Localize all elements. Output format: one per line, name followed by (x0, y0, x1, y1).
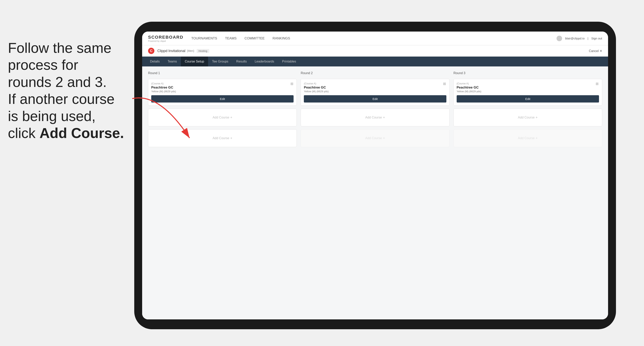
event-type: (Men) (187, 49, 194, 52)
tab-tee-groups[interactable]: Tee Groups (208, 57, 232, 66)
round-1-column: Round 1 ⊠ (Course A) Peachtree GC Yellow… (148, 71, 297, 147)
round-1-add-course-2[interactable]: Add Course + (148, 129, 297, 147)
nav-teams[interactable]: TEAMS (225, 35, 237, 41)
sub-header: C Clippd Invitational (Men) Hosting Canc… (142, 45, 608, 57)
tab-results[interactable]: Results (232, 57, 251, 66)
round-1-add-course-label-1: Add Course (213, 116, 230, 119)
round-3-course-detail: Yellow (M) (6629 yds) (457, 90, 599, 93)
tab-printables[interactable]: Printables (278, 57, 300, 66)
round-1-label: Round 1 (148, 71, 297, 75)
nav-committee[interactable]: COMMITTEE (244, 35, 264, 41)
nav-right: blair@clippd.io | Sign out (556, 36, 602, 41)
round-1-delete-icon[interactable]: ⊠ (290, 81, 294, 86)
round-2-add-course-2: Add Course + (301, 129, 449, 147)
round-2-label: Round 2 (301, 71, 449, 75)
tablet-frame: SCOREBOARD Powered by clippd TOURNAMENTS… (134, 22, 616, 329)
round-3-add-course-label-2: Add Course (518, 137, 535, 140)
round-3-add-course-2: Add Course + (454, 129, 602, 147)
brand-logo: C (148, 48, 154, 54)
round-3-add-course-1[interactable]: Add Course + (454, 109, 602, 126)
round-2-delete-icon[interactable]: ⊠ (442, 81, 447, 86)
round-2-add-course-label-2: Add Course (365, 137, 382, 140)
round-2-course-card: ⊠ (Course A) Peachtree GC Yellow (M) (66… (301, 79, 449, 106)
instruction-bold: Add Course. (40, 125, 124, 141)
powered-by: Powered by clippd (148, 40, 184, 42)
scoreboard-logo: SCOREBOARD (148, 35, 184, 40)
round-2-course-name: Peachtree GC (304, 86, 446, 90)
user-avatar (556, 36, 562, 41)
round-2-edit-button[interactable]: Edit (304, 95, 446, 103)
nav-rankings[interactable]: RANKINGS (272, 35, 290, 41)
top-nav: SCOREBOARD Powered by clippd TOURNAMENTS… (142, 31, 608, 45)
round-1-edit-button[interactable]: Edit (151, 95, 294, 103)
round-2-course-tag: (Course A) (304, 82, 446, 85)
tab-course-setup[interactable]: Course Setup (181, 57, 208, 66)
tab-leaderboards[interactable]: Leaderboards (251, 57, 278, 66)
round-2-add-course-1[interactable]: Add Course + (301, 109, 449, 126)
round-2-add-course-plus-2: + (383, 136, 385, 140)
sign-out-link[interactable]: Sign out (591, 37, 602, 40)
round-2-add-course-plus-1: + (383, 116, 385, 120)
round-3-add-course-plus-1: + (536, 116, 538, 120)
round-1-add-course-label-2: Add Course (213, 137, 230, 140)
instruction-text: Follow the same process for rounds 2 and… (8, 40, 124, 141)
round-3-edit-button[interactable]: Edit (457, 95, 599, 103)
round-2-course-detail: Yellow (M) (6629 yds) (304, 90, 446, 93)
round-3-add-course-label-1: Add Course (518, 116, 535, 119)
tablet-screen: SCOREBOARD Powered by clippd TOURNAMENTS… (142, 31, 608, 319)
round-1-course-card: ⊠ (Course A) Peachtree GC Yellow (M) (66… (148, 79, 297, 106)
round-3-delete-icon[interactable]: ⊠ (595, 81, 600, 86)
round-3-label: Round 3 (454, 71, 602, 75)
round-1-add-course-1[interactable]: Add Course + (148, 109, 297, 126)
round-3-course-tag: (Course A) (457, 82, 599, 85)
main-content: Round 1 ⊠ (Course A) Peachtree GC Yellow… (142, 66, 608, 319)
event-title: Clippd Invitational (157, 49, 186, 53)
nav-links: TOURNAMENTS TEAMS COMMITTEE RANKINGS (191, 35, 557, 41)
tab-bar: Details Teams Course Setup Tee Groups Re… (142, 57, 608, 66)
round-3-course-name: Peachtree GC (457, 86, 599, 90)
round-2-column: Round 2 ⊠ (Course A) Peachtree GC Yellow… (301, 71, 449, 147)
round-3-column: Round 3 ⊠ (Course A) Peachtree GC Yellow… (454, 71, 602, 147)
round-1-add-course-plus-1: + (230, 116, 232, 120)
tab-teams[interactable]: Teams (164, 57, 181, 66)
hosting-badge: Hosting (197, 49, 209, 53)
round-1-add-course-plus-2: + (230, 136, 232, 140)
logo-area: SCOREBOARD Powered by clippd (148, 35, 184, 42)
round-3-course-card: ⊠ (Course A) Peachtree GC Yellow (M) (66… (454, 79, 602, 106)
rounds-container: Round 1 ⊠ (Course A) Peachtree GC Yellow… (148, 71, 602, 147)
instruction-panel: Follow the same process for rounds 2 and… (0, 31, 134, 150)
round-1-course-detail: Yellow (M) (6629 yds) (151, 90, 294, 93)
separator: | (588, 37, 588, 40)
nav-tournaments[interactable]: TOURNAMENTS (191, 35, 217, 41)
round-1-course-tag: (Course A) (151, 82, 294, 85)
round-3-add-course-plus-2: + (536, 136, 538, 140)
tab-details[interactable]: Details (146, 57, 164, 66)
cancel-button[interactable]: Cancel ✕ (589, 49, 602, 53)
round-2-add-course-label-1: Add Course (365, 116, 382, 119)
round-1-course-name: Peachtree GC (151, 86, 294, 90)
user-email: blair@clippd.io (565, 37, 584, 40)
